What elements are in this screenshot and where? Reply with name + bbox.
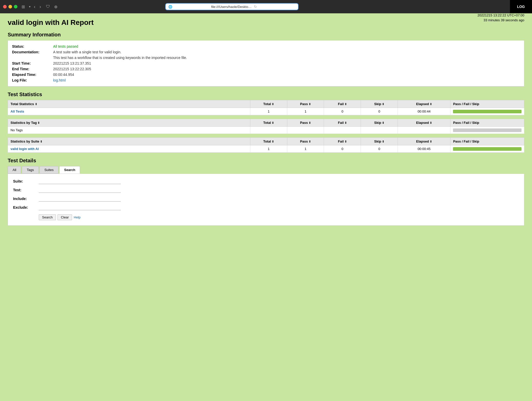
tab-search[interactable]: Search — [59, 166, 80, 174]
tag-stats-col4[interactable]: Fail — [324, 119, 361, 127]
documentation-label: Documentation: — [12, 50, 53, 54]
include-search-row: Include: — [13, 196, 519, 202]
suite-total-cell: 1 — [250, 145, 287, 153]
no-tags-fail — [324, 127, 361, 134]
status-label: Status: — [12, 44, 53, 48]
log-file-row: Log File: log.html — [12, 77, 520, 83]
total-stats-col1[interactable]: Total Statistics — [8, 100, 250, 108]
start-time-row: Start Time: 20221215 13:21:37.351 — [12, 61, 520, 66]
tag-stats-col5[interactable]: Skip — [361, 119, 398, 127]
page-content: Generated 20221215 13:22:22 UTC+07:00 33… — [0, 13, 532, 401]
search-form: Suite: Test: Include: Exclude: Search Cl… — [13, 178, 519, 220]
no-tags-total — [250, 127, 287, 134]
title-bar: ⊞ ▾ ‹ › 🛡 ⊕ 🌐 file:///Users/haole/Deskto… — [0, 0, 532, 13]
search-form-actions: Search Clear Help — [39, 214, 519, 220]
start-time-label: Start Time: — [12, 61, 53, 65]
log-tab[interactable]: LOG — [510, 0, 532, 13]
shield-icon: 🛡 — [46, 4, 50, 9]
tab-tags[interactable]: Tags — [22, 166, 38, 174]
no-tags-cell: No Tags — [8, 127, 250, 134]
tag-statistics-table: Statistics by Tag Total Pass Fail Skip E… — [8, 119, 524, 134]
tag-stats-col1[interactable]: Statistics by Tag — [8, 119, 250, 127]
total-stats-col2[interactable]: Total — [250, 100, 287, 108]
suite-bar-cell — [450, 145, 524, 153]
start-time-value: 20221215 13:21:37.351 — [53, 61, 91, 65]
exclude-search-row: Exclude: — [13, 205, 519, 210]
tab-suites[interactable]: Suites — [40, 166, 58, 174]
total-statistics-table: Total Statistics Total Pass Fail Skip El… — [8, 100, 524, 115]
search-button[interactable]: Search — [39, 214, 56, 220]
table-row: valid login with AI 1 1 0 0 00:00:45 — [8, 145, 524, 153]
include-search-label: Include: — [13, 197, 39, 201]
suite-pass-cell: 1 — [287, 145, 324, 153]
forward-button[interactable]: › — [39, 4, 42, 9]
extensions-icon[interactable]: ⊕ — [54, 4, 57, 9]
status-value: All tests passed — [53, 44, 78, 48]
total-cell: 1 — [250, 108, 287, 115]
suite-fail-cell: 0 — [324, 145, 361, 153]
elapsed-time-label: Elapsed Time: — [12, 73, 53, 77]
tab-all[interactable]: All — [8, 166, 21, 174]
log-file-link[interactable]: log.html — [53, 78, 66, 82]
suite-stats-col3[interactable]: Pass — [287, 138, 324, 145]
suite-stats-col6[interactable]: Elapsed — [398, 138, 450, 145]
suite-name-cell[interactable]: valid login with AI — [8, 145, 250, 153]
clear-button[interactable]: Clear — [57, 214, 72, 220]
suite-stats-col7: Pass / Fail / Skip — [450, 138, 524, 145]
minimize-button[interactable] — [8, 5, 12, 8]
include-search-input[interactable] — [39, 196, 121, 202]
suite-skip-cell: 0 — [361, 145, 398, 153]
suite-stats-col2[interactable]: Total — [250, 138, 287, 145]
total-stats-col4[interactable]: Fail — [324, 100, 361, 108]
end-time-value: 20221215 13:22:22.305 — [53, 67, 91, 71]
sidebar-toggle-icon[interactable]: ⊞ — [22, 4, 25, 9]
all-tests-cell[interactable]: All Tests — [8, 108, 250, 115]
test-details-tabs: All Tags Suites Search — [8, 166, 524, 174]
summary-box: Status: All tests passed Documentation: … — [8, 40, 524, 86]
reload-icon[interactable]: ↻ — [254, 5, 295, 9]
help-link[interactable]: Help — [74, 215, 81, 219]
pass-cell: 1 — [287, 108, 324, 115]
tag-stats-col2[interactable]: Total — [250, 119, 287, 127]
total-stats-col7: Pass / Fail / Skip — [450, 100, 524, 108]
suite-search-input[interactable] — [39, 178, 121, 184]
chevron-down-icon[interactable]: ▾ — [29, 5, 31, 8]
table-row: All Tests 1 1 0 0 00:00:44 — [8, 108, 524, 115]
exclude-search-label: Exclude: — [13, 205, 39, 209]
end-time-row: End Time: 20221215 13:22:22.305 — [12, 66, 520, 72]
tag-stats-col3[interactable]: Pass — [287, 119, 324, 127]
documentation-row: Documentation: A test suite with a singl… — [12, 49, 520, 55]
suite-search-label: Suite: — [13, 179, 39, 183]
elapsed-time-row: Elapsed Time: 00:00:44.954 — [12, 72, 520, 77]
report-title: valid login with AI Report — [8, 18, 524, 27]
search-tab-content: Suite: Test: Include: Exclude: Search Cl… — [8, 174, 524, 226]
suite-statistics-table: Statistics by Suite Total Pass Fail Skip… — [8, 137, 524, 153]
no-tags-pass — [287, 127, 324, 134]
log-file-value: log.html — [53, 78, 66, 82]
address-bar[interactable]: 🌐 file:///Users/haole/Desktop/katalon-te… — [165, 3, 299, 10]
exclude-search-input[interactable] — [39, 205, 121, 210]
elapsed-time-value: 00:00:44.954 — [53, 73, 74, 77]
suite-search-row: Suite: — [13, 178, 519, 184]
suite-stats-col4[interactable]: Fail — [324, 138, 361, 145]
table-row: No Tags — [8, 127, 524, 134]
total-stats-col5[interactable]: Skip — [361, 100, 398, 108]
test-search-row: Test: — [13, 187, 519, 193]
test-search-input[interactable] — [39, 187, 121, 193]
maximize-button[interactable] — [14, 5, 17, 8]
tag-stats-col6[interactable]: Elapsed — [398, 119, 450, 127]
test-statistics-title: Test Statistics — [8, 92, 524, 97]
total-stats-col6[interactable]: Elapsed — [398, 100, 450, 108]
tag-stats-col7: Pass / Fail / Skip — [450, 119, 524, 127]
end-time-label: End Time: — [12, 67, 53, 71]
suite-stats-col5[interactable]: Skip — [361, 138, 398, 145]
suite-elapsed-cell: 00:00:45 — [398, 145, 450, 153]
close-button[interactable] — [3, 5, 7, 8]
bar-cell — [450, 108, 524, 115]
suite-stats-col1[interactable]: Statistics by Suite — [8, 138, 250, 145]
test-search-label: Test: — [13, 188, 39, 192]
total-stats-col3[interactable]: Pass — [287, 100, 324, 108]
summary-section-title: Summary Information — [8, 32, 524, 38]
test-details-title: Test Details — [8, 158, 524, 164]
back-button[interactable]: ‹ — [33, 4, 36, 9]
